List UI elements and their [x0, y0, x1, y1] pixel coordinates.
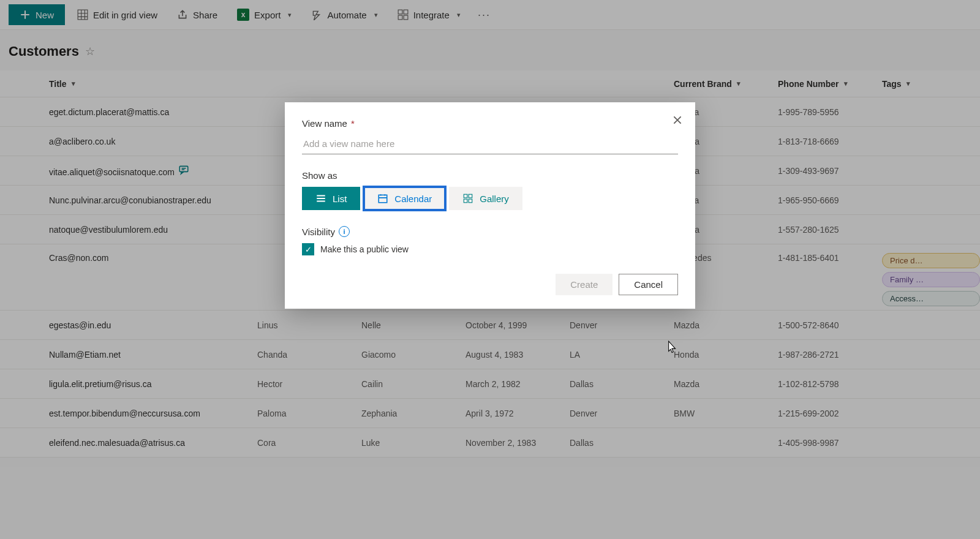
gallery-icon: [462, 193, 473, 204]
svg-rect-8: [469, 194, 472, 198]
create-button[interactable]: Create: [556, 274, 612, 295]
show-as-calendar-button[interactable]: Calendar: [364, 187, 445, 210]
svg-rect-10: [469, 199, 472, 203]
create-view-dialog: View name * Show as List Calendar Galler…: [285, 102, 695, 309]
show-as-gallery-button[interactable]: Gallery: [449, 187, 522, 210]
list-icon: [315, 193, 326, 204]
svg-rect-7: [464, 194, 467, 198]
show-as-label: Show as: [302, 170, 678, 181]
view-name-label: View name *: [302, 118, 678, 129]
close-icon: [672, 115, 683, 126]
visibility-label: Visibility i: [302, 226, 678, 237]
svg-rect-6: [379, 195, 388, 202]
checkbox-icon: ✓: [302, 243, 314, 255]
dialog-actions: Create Cancel: [302, 274, 678, 295]
info-icon[interactable]: i: [339, 226, 350, 237]
view-name-input[interactable]: [302, 135, 678, 154]
calendar-icon: [377, 193, 388, 204]
show-as-options: List Calendar Gallery: [302, 187, 678, 210]
mouse-cursor-icon: [665, 340, 678, 356]
svg-rect-9: [464, 199, 467, 203]
public-view-checkbox-row[interactable]: ✓ Make this a public view: [302, 243, 678, 255]
close-button[interactable]: [668, 111, 687, 132]
modal-overlay: View name * Show as List Calendar Galler…: [0, 0, 980, 539]
cancel-button[interactable]: Cancel: [619, 274, 678, 295]
public-view-label: Make this a public view: [320, 244, 409, 254]
show-as-list-button[interactable]: List: [302, 187, 360, 210]
